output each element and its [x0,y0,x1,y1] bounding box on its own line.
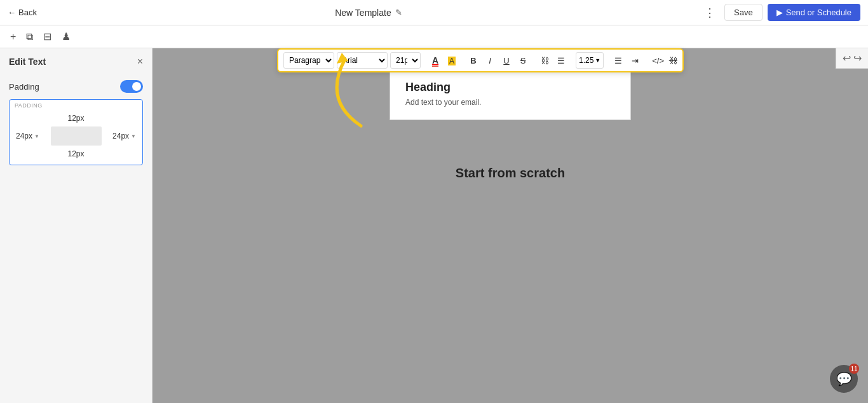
padding-toggle[interactable] [120,80,143,93]
padding-label: Padding [9,82,39,92]
padding-left-value: 24px [16,132,32,140]
indent-icon: ⇥ [632,56,639,65]
padding-bottom-value[interactable]: 12px [16,149,136,158]
back-label: Back [18,8,37,17]
add-element-button[interactable]: + [8,30,18,44]
padding-inner-box [51,126,102,146]
template-title: New Template [335,8,391,18]
filter-button[interactable]: ⊟ [41,29,54,44]
padding-right-control[interactable]: 24px ▼ [112,132,136,140]
chat-widget[interactable]: 💬 11 [830,365,858,393]
send-label: Send or Schedule [786,8,851,17]
send-icon: ▶ [776,8,783,17]
unlink-icon: ⛓ [669,56,677,65]
font-color-icon: A [432,55,438,67]
padding-middle-row: 24px ▼ 24px ▼ [16,126,136,146]
format-toolbar: Paragraph Heading 1 Heading 2 Heading 3 … [277,48,684,72]
edit-text-sidebar: Edit Text × Padding PADDING 12px 24px ▼ … [0,48,153,403]
email-subtext[interactable]: Add text to your email. [405,98,615,107]
strikethrough-button[interactable]: S [516,55,530,67]
paragraph-style-select[interactable]: Paragraph Heading 1 Heading 2 Heading 3 [283,52,334,69]
more-options-button[interactable]: ⋮ [700,4,719,21]
sidebar-padding-section: Padding PADDING 12px 24px ▼ 24px ▼ 12px [0,75,152,175]
chat-badge: 11 [849,364,859,374]
code-icon: </> [652,56,664,65]
bold-button[interactable]: B [466,55,480,67]
padding-right-value: 24px [112,132,129,140]
line-height-control[interactable]: 1.25 ▼ [576,52,604,69]
underline-button[interactable]: U [499,55,513,67]
layers-button[interactable]: ⧉ [24,30,36,44]
padding-left-control[interactable]: 24px ▼ [16,132,39,140]
padding-box: PADDING 12px 24px ▼ 24px ▼ 12px [9,99,143,165]
redo-button[interactable]: ↪ [853,52,862,64]
padding-box-label: PADDING [15,102,43,109]
undo-redo-bar: ↩ ↪ [836,48,868,69]
header-center: New Template ✎ [335,8,402,18]
align-icon: ☰ [557,56,565,65]
unlink-button[interactable]: ⛓ [666,55,680,67]
filter-icon: ⊟ [43,31,51,42]
padding-toggle-row: Padding [9,80,143,93]
list-icon: ☰ [614,56,622,65]
sidebar-close-button[interactable]: × [137,56,143,67]
sidebar-header: Edit Text × [0,48,152,75]
right-chevron-icon: ▼ [131,133,136,139]
code-button[interactable]: </> [649,55,663,67]
canvas-area: ↩ ↪ Heading Add text to your email. Star… [153,48,868,403]
edit-title-icon[interactable]: ✎ [395,8,402,17]
indent-button[interactable]: ⇥ [628,55,642,67]
italic-button[interactable]: I [483,55,497,67]
header-left: ← Back [8,8,37,17]
padding-top-value[interactable]: 12px [16,114,136,123]
font-color-button[interactable]: A [428,54,442,67]
line-height-value: 1.25 [579,56,593,65]
user-button[interactable]: ♟ [59,29,73,44]
back-arrow-icon: ← [8,8,16,17]
highlight-button[interactable]: A [445,55,459,67]
user-icon: ♟ [62,31,71,42]
line-height-chevron: ▼ [595,57,600,64]
secondary-toolbar: + ⧉ ⊟ ♟ [0,25,868,48]
list-button[interactable]: ☰ [611,55,625,67]
send-or-schedule-button[interactable]: ▶ Send or Schedule [768,4,860,21]
link-button[interactable]: ⛓ [538,55,552,67]
email-content-block[interactable]: Heading Add text to your email. [390,67,631,120]
highlight-icon: A [448,57,456,65]
sidebar-title: Edit Text [9,57,46,67]
header: ← Back New Template ✎ ⋮ Save ▶ Send or S… [0,0,868,25]
header-right: ⋮ Save ▶ Send or Schedule [700,4,860,21]
left-chevron-icon: ▼ [34,133,39,139]
save-button[interactable]: Save [724,4,763,21]
font-family-select[interactable]: Arial Times New Roman Georgia [337,52,388,69]
layers-icon: ⧉ [26,31,33,42]
font-size-select[interactable]: 21px 12px 14px 16px 18px 24px [390,52,421,69]
link-icon: ⛓ [541,56,549,65]
back-button[interactable]: ← Back [8,8,37,17]
email-heading[interactable]: Heading [405,81,615,94]
undo-button[interactable]: ↩ [843,52,851,64]
chat-icon: 💬 [836,371,852,386]
start-from-scratch-label: Start from scratch [456,166,565,181]
align-button[interactable]: ☰ [554,55,568,67]
